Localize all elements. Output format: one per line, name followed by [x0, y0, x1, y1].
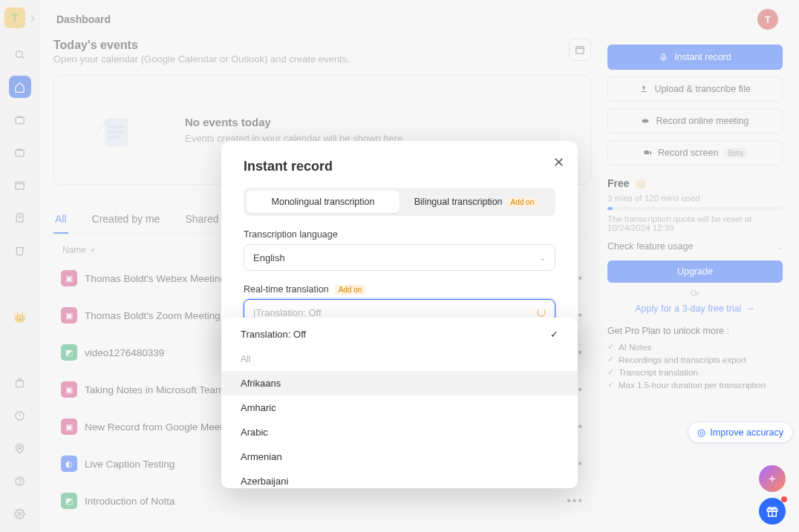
language-select[interactable]: English ⌄: [244, 244, 555, 271]
addon-badge: Add on: [507, 197, 538, 207]
dropdown-group-all: All: [221, 347, 578, 371]
lang-label: Transcription language: [244, 229, 555, 240]
check-icon: ✓: [550, 329, 558, 340]
dropdown-option-off[interactable]: Translation: Off ✓: [221, 322, 578, 347]
modal-title: Instant record: [244, 159, 555, 174]
rt-label: Real-time translation Add on: [244, 284, 555, 295]
add-fab[interactable]: ＋: [759, 465, 786, 492]
improve-accuracy-button[interactable]: ◎ Improve accuracy: [688, 421, 793, 443]
close-icon[interactable]: ✕: [553, 154, 564, 171]
dropdown-option[interactable]: Amharic: [221, 395, 578, 420]
addon-badge: Add on: [335, 285, 366, 295]
dropdown-option[interactable]: Arabic: [221, 420, 578, 444]
dropdown-option[interactable]: Armenian: [221, 444, 578, 469]
dropdown-option[interactable]: Afrikaans: [221, 371, 578, 395]
chevron-down-icon: ⌄: [539, 253, 546, 263]
tab-bilingual[interactable]: Bilingual transcription Add on: [400, 191, 552, 213]
target-icon: ◎: [697, 427, 705, 438]
dropdown-option[interactable]: Azerbaijani: [221, 469, 578, 488]
translation-dropdown: Translation: Off ✓ All Afrikaans Amharic…: [221, 318, 578, 488]
gift-fab[interactable]: [759, 498, 786, 525]
loading-spinner-icon: [537, 308, 546, 317]
translation-placeholder: |Translation: Off: [253, 307, 322, 318]
transcription-mode-toggle: Monolingual transcription Bilingual tran…: [244, 188, 555, 216]
tab-monolingual[interactable]: Monolingual transcription: [247, 191, 400, 213]
